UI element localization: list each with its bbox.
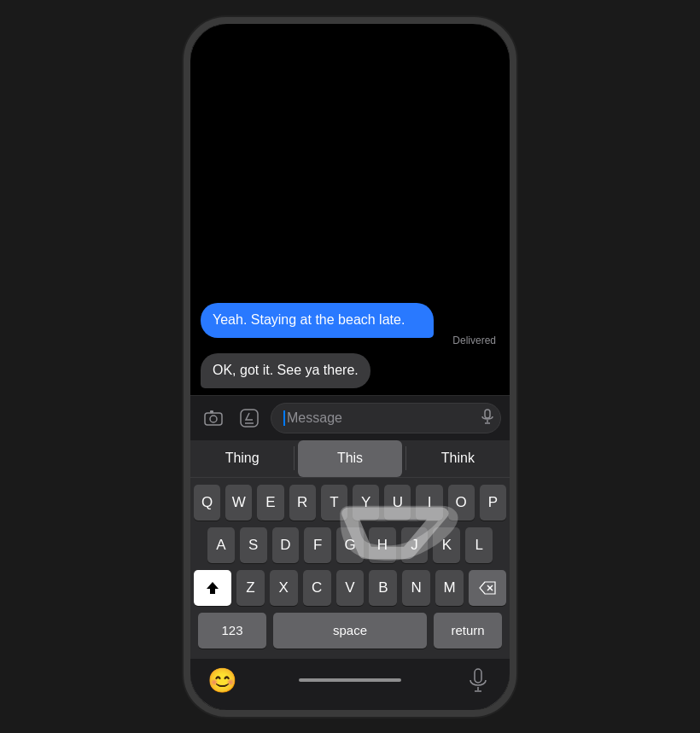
home-indicator-area [236, 678, 464, 684]
phone-frame: Yeah. Staying at the beach late. Deliver… [184, 17, 516, 717]
key-k[interactable]: K [433, 527, 460, 563]
input-bar: Message [190, 395, 510, 440]
sent-message-bubble: Yeah. Staying at the beach late. Deliver… [201, 303, 499, 346]
predictive-item-think[interactable]: Think [406, 440, 510, 477]
phone-screen: Yeah. Staying at the beach late. Deliver… [190, 24, 510, 710]
svg-rect-3 [241, 410, 258, 427]
key-n[interactable]: N [402, 570, 430, 606]
key-c[interactable]: C [303, 570, 331, 606]
mic-icon-input [481, 409, 493, 428]
svg-rect-4 [485, 410, 490, 418]
key-b[interactable]: B [369, 570, 397, 606]
predictive-item-this[interactable]: This [298, 440, 401, 477]
sent-message-text: Yeah. Staying at the beach late. [201, 303, 434, 338]
key-i[interactable]: I [416, 485, 442, 521]
key-delete[interactable] [469, 570, 506, 606]
home-indicator [299, 678, 401, 682]
svg-point-1 [210, 416, 217, 422]
key-u[interactable]: U [384, 485, 411, 521]
cursor [283, 410, 285, 426]
svg-rect-2 [210, 410, 213, 413]
key-v[interactable]: V [336, 570, 365, 606]
messages-area: Yeah. Staying at the beach late. Deliver… [190, 24, 510, 395]
key-row-2: A S D F G H J K L [194, 527, 506, 563]
key-e[interactable]: E [257, 485, 283, 521]
key-space[interactable]: space [273, 613, 427, 649]
predictive-bar: Thing This Think [190, 440, 510, 478]
key-row-4: 123 space return [194, 613, 506, 649]
delivered-status: Delivered [201, 335, 499, 346]
key-numbers[interactable]: 123 [198, 613, 266, 649]
key-m[interactable]: M [435, 570, 464, 606]
received-message-text: OK, got it. See ya there. [201, 353, 370, 388]
camera-button[interactable] [199, 404, 228, 433]
key-j[interactable]: J [401, 527, 429, 563]
key-y[interactable]: Y [353, 485, 379, 521]
message-placeholder: Message [287, 410, 342, 426]
key-s[interactable]: S [240, 527, 267, 563]
key-shift[interactable] [194, 570, 231, 606]
key-t[interactable]: T [321, 485, 347, 521]
microphone-button[interactable] [464, 666, 493, 695]
keyboard: Q W E R T Y U I O P A S D F G H J K [190, 478, 510, 659]
key-x[interactable]: X [270, 570, 298, 606]
key-h[interactable]: H [369, 527, 396, 563]
key-a[interactable]: A [207, 527, 235, 563]
key-l[interactable]: L [465, 527, 493, 563]
message-input-field[interactable]: Message [271, 403, 501, 433]
appstore-button[interactable] [235, 404, 264, 433]
key-d[interactable]: D [272, 527, 300, 563]
emoji-button[interactable]: 😊 [207, 666, 236, 695]
key-f[interactable]: F [304, 527, 331, 563]
key-z[interactable]: Z [236, 570, 265, 606]
svg-rect-9 [475, 669, 481, 683]
predictive-item-thing[interactable]: Thing [190, 440, 294, 477]
key-return[interactable]: return [434, 613, 502, 649]
key-row-3: Z X C V B N M [194, 570, 506, 606]
svg-rect-0 [205, 413, 222, 425]
key-r[interactable]: R [289, 485, 316, 521]
key-w[interactable]: W [225, 485, 252, 521]
bottom-bar: 😊 [190, 659, 510, 710]
key-g[interactable]: G [336, 527, 364, 563]
predictive-divider-left [294, 446, 295, 470]
key-o[interactable]: O [448, 485, 475, 521]
key-q[interactable]: Q [194, 485, 220, 521]
key-p[interactable]: P [480, 485, 506, 521]
key-row-1: Q W E R T Y U I O P [194, 485, 506, 521]
